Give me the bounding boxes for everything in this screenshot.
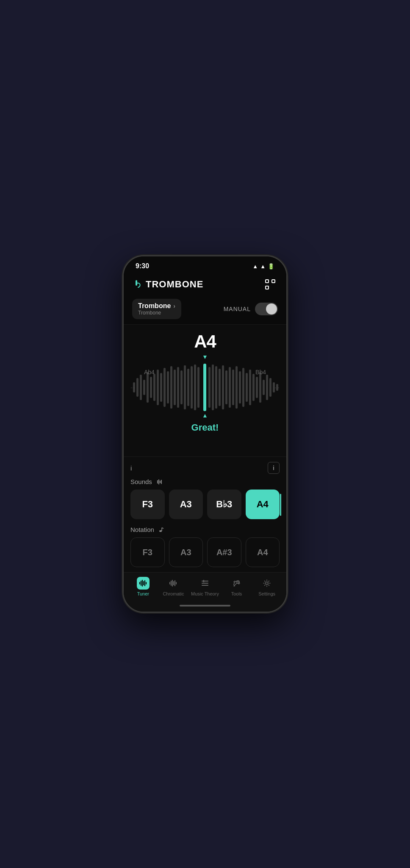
instrument-sub: Trombone xyxy=(138,310,175,316)
tuner-area: A4 ▼ ··· Ab4 Bb4 xyxy=(124,324,286,456)
right-note: Bb4 xyxy=(255,369,266,376)
svg-rect-9 xyxy=(153,374,155,401)
info-button[interactable]: i xyxy=(268,462,280,474)
svg-rect-30 xyxy=(229,367,231,408)
svg-rect-20 xyxy=(191,366,193,409)
svg-rect-1 xyxy=(272,280,275,283)
sounds-label: Sounds xyxy=(130,478,163,485)
app-header: TROMBONE xyxy=(124,273,286,297)
svg-rect-56 xyxy=(144,580,145,586)
logo-icon xyxy=(132,279,143,290)
chromatic-icon xyxy=(167,577,180,590)
tab-tools[interactable]: Tools xyxy=(224,577,249,596)
svg-point-49 xyxy=(159,530,162,532)
svg-rect-39 xyxy=(259,372,261,403)
svg-rect-18 xyxy=(184,365,186,409)
svg-rect-24 xyxy=(208,367,211,408)
sound-btn-a3[interactable]: A3 xyxy=(169,490,203,519)
svg-rect-42 xyxy=(269,378,271,397)
svg-point-69 xyxy=(266,582,268,584)
sound-btn-f3[interactable]: F3 xyxy=(130,490,165,519)
svg-rect-2 xyxy=(266,286,269,289)
svg-rect-63 xyxy=(176,582,177,584)
notation-btn-as3[interactable]: A#3 xyxy=(207,537,241,567)
svg-rect-19 xyxy=(187,369,189,406)
svg-rect-59 xyxy=(171,581,172,586)
notation-btn-f3[interactable]: F3 xyxy=(130,537,165,567)
section-info-icon[interactable]: i xyxy=(130,465,132,472)
svg-rect-15 xyxy=(174,370,176,405)
chevron-right-icon: › xyxy=(173,303,175,309)
svg-rect-29 xyxy=(225,370,227,404)
svg-rect-61 xyxy=(173,581,174,585)
status-bar: 9:30 ▲ ▲ 🔋 xyxy=(124,256,286,273)
svg-rect-11 xyxy=(160,373,162,402)
bottom-arrow: ▲ xyxy=(202,412,208,419)
svg-rect-16 xyxy=(177,367,179,408)
phone-frame: 9:30 ▲ ▲ 🔋 TROMBONE xyxy=(122,255,288,613)
tab-tuner[interactable]: Tuner xyxy=(130,577,156,596)
svg-rect-55 xyxy=(143,581,144,585)
notation-buttons: F3 A3 A#3 A4 xyxy=(130,537,280,567)
active-indicator xyxy=(280,494,281,516)
svg-rect-10 xyxy=(157,370,159,405)
svg-rect-34 xyxy=(242,368,244,407)
tab-bar: Tuner Chromatic xyxy=(124,572,286,605)
svg-rect-41 xyxy=(266,375,268,400)
svg-rect-60 xyxy=(172,580,173,587)
svg-rect-45 xyxy=(157,480,158,484)
svg-rect-46 xyxy=(158,479,159,484)
home-indicator xyxy=(180,605,230,606)
svg-rect-48 xyxy=(161,480,162,484)
svg-rect-36 xyxy=(249,370,251,405)
settings-tab-label: Settings xyxy=(258,591,275,596)
signal-icon: ▲ xyxy=(260,263,266,270)
tools-icon xyxy=(230,577,243,590)
svg-rect-4 xyxy=(136,378,139,397)
home-indicator-area xyxy=(124,605,286,612)
toggle-knob xyxy=(266,303,277,314)
tuner-tab-label: Tuner xyxy=(137,591,149,596)
svg-rect-37 xyxy=(252,374,255,401)
svg-rect-22 xyxy=(197,367,199,408)
svg-rect-6 xyxy=(143,380,145,395)
svg-rect-28 xyxy=(222,365,224,409)
svg-rect-67 xyxy=(203,580,204,582)
current-note-display: A4 xyxy=(194,331,216,352)
music-theory-icon xyxy=(199,577,211,590)
notation-btn-a3[interactable]: A3 xyxy=(169,537,203,567)
svg-rect-35 xyxy=(246,373,248,402)
dots-right: ··· xyxy=(274,384,280,391)
sounds-buttons: F3 A3 B♭3 A4 xyxy=(130,490,280,519)
tab-music-theory[interactable]: Music Theory xyxy=(191,577,219,596)
svg-rect-40 xyxy=(263,380,265,395)
music-theory-tab-label: Music Theory xyxy=(191,591,219,596)
svg-rect-38 xyxy=(256,377,258,398)
needle-arrow-down: ▼ xyxy=(202,353,208,360)
chromatic-tab-label: Chromatic xyxy=(163,591,184,596)
tab-settings[interactable]: Settings xyxy=(254,577,280,596)
tools-tab-label: Tools xyxy=(231,591,242,596)
sounds-section: i i Sounds F3 A3 xyxy=(124,456,286,572)
svg-rect-12 xyxy=(163,368,166,407)
svg-rect-7 xyxy=(147,372,149,403)
sound-btn-a4[interactable]: A4 xyxy=(246,490,280,519)
svg-rect-53 xyxy=(141,581,141,586)
instrument-selector[interactable]: Trombone › Trombone xyxy=(132,299,181,319)
battery-icon: 🔋 xyxy=(268,263,274,270)
svg-rect-31 xyxy=(232,370,234,405)
instrument-row: Trombone › Trombone MANUAL xyxy=(124,297,286,324)
svg-rect-5 xyxy=(140,375,142,400)
svg-rect-17 xyxy=(180,370,183,404)
sound-btn-bb3[interactable]: B♭3 xyxy=(207,490,241,519)
svg-rect-8 xyxy=(150,377,152,398)
manual-toggle-switch[interactable] xyxy=(255,303,278,315)
svg-rect-25 xyxy=(212,364,214,410)
svg-rect-58 xyxy=(169,582,170,584)
notation-btn-a4[interactable]: A4 xyxy=(246,537,280,567)
svg-rect-57 xyxy=(146,582,147,584)
app-title: TROMBONE xyxy=(146,279,203,290)
scan-button[interactable] xyxy=(263,277,278,292)
svg-rect-13 xyxy=(167,371,169,403)
tab-chromatic[interactable]: Chromatic xyxy=(161,577,186,596)
